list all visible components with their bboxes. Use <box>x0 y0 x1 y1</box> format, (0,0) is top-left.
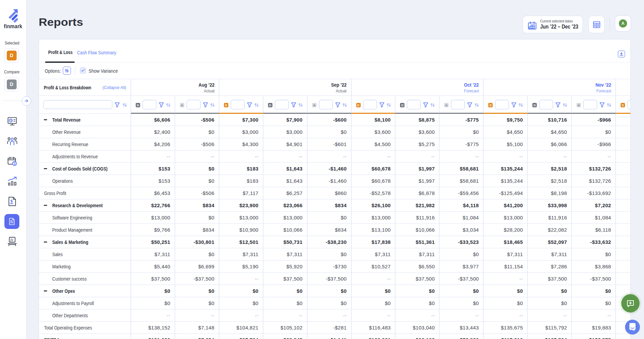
svg-text:$: $ <box>11 199 13 203</box>
svg-text:fx: fx <box>11 238 14 242</box>
svg-text:$: $ <box>14 162 16 165</box>
